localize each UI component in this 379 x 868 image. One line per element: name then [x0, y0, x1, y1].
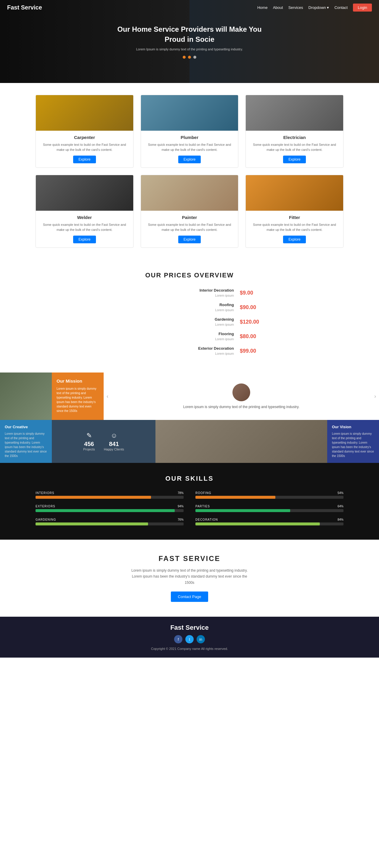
service-card: Plumber Some quick example text to build…: [141, 95, 239, 168]
service-desc: Some quick example text to build on the …: [40, 142, 129, 152]
prices-table: Interior Decoration Lorem ipsum $9.00 Ro…: [115, 288, 264, 356]
mission-box: Our Mission Lorem ipsum is simply dummy …: [52, 373, 104, 420]
service-image: [246, 175, 343, 211]
price-amount: $9.00: [240, 290, 264, 296]
testimonial-avatar: [233, 383, 250, 401]
service-card: Welder Some quick example text to build …: [36, 175, 134, 248]
skill-bar: [196, 523, 320, 525]
price-row: Roofing Lorem ipsum $90.00: [115, 303, 264, 312]
price-amount: $90.00: [240, 304, 264, 311]
skill-bar-bg: [36, 523, 183, 525]
skill-name: DECORATION: [196, 518, 218, 521]
price-sub: Lorem ipsum: [215, 323, 234, 326]
price-sub: Lorem ipsum: [215, 337, 234, 341]
skill-label: ROOFING 54%: [196, 491, 343, 495]
price-amount: $120.00: [240, 319, 264, 325]
explore-button[interactable]: Explore: [73, 156, 96, 163]
cta-section: FAST SERVICE Lorem ipsum is simply dummy…: [0, 540, 379, 617]
skill-name: EXTERIORS: [36, 505, 56, 508]
login-button[interactable]: Login: [353, 4, 372, 11]
nav-contact[interactable]: Contact: [334, 5, 348, 10]
skill-item: DECORATION 84%: [196, 518, 343, 525]
nav-services[interactable]: Services: [288, 5, 303, 10]
explore-button[interactable]: Explore: [178, 236, 201, 243]
skill-item: ROOFING 54%: [196, 491, 343, 499]
skill-bar: [36, 523, 148, 525]
cta-title: FAST SERVICE: [36, 555, 343, 563]
skill-name: GARDENING: [36, 518, 56, 521]
skill-pct: 64%: [338, 505, 343, 508]
hero-dot-2[interactable]: [188, 56, 191, 59]
testimonial-prev[interactable]: ‹: [107, 393, 108, 400]
stat-projects: ✎ 456 Projects: [83, 432, 95, 451]
twitter-icon[interactable]: t: [185, 635, 194, 643]
hero-description: Lorem Ipsum is simply dummy text of the …: [136, 48, 243, 51]
explore-button[interactable]: Explore: [178, 156, 201, 163]
service-desc: Some quick example text to build on the …: [250, 142, 339, 152]
creative-text: Lorem ipsum is simply dummy text of the …: [5, 432, 47, 458]
skill-bar: [36, 496, 151, 499]
price-label: Interior Decoration Lorem ipsum: [115, 288, 234, 298]
price-row: Exterior Decoration Lorem ipsum $99.00: [115, 346, 264, 356]
skill-pct: 76%: [178, 518, 183, 521]
skill-pct: 84%: [338, 518, 343, 521]
skill-bar-bg: [196, 496, 343, 499]
navbar: Fast Service Home About Services Dropdow…: [0, 0, 379, 15]
contact-button[interactable]: Contact Page: [171, 591, 208, 602]
projects-icon: ✎: [83, 432, 95, 439]
explore-button[interactable]: Explore: [283, 156, 306, 163]
service-name: Painter: [145, 215, 234, 220]
service-name: Electrician: [250, 135, 339, 140]
price-row: Flooring Lorem ipsum $80.00: [115, 332, 264, 341]
skill-name: PARTIES: [196, 505, 210, 508]
service-desc: Some quick example text to build on the …: [145, 142, 234, 152]
prices-section: OUR PRICES OVERVIEW Interior Decoration …: [0, 259, 379, 373]
footer-logo: Fast Service: [7, 624, 372, 631]
skill-label: EXTERIORS 94%: [36, 505, 183, 508]
stats-row: Our Creative Lorem ipsum is simply dummy…: [0, 420, 379, 463]
price-name: Flooring: [115, 332, 234, 336]
facebook-icon[interactable]: f: [174, 635, 182, 643]
vision-text: Lorem ipsum is simply dummy text of the …: [332, 432, 374, 458]
skills-section: OUR SKILLS INTERIORS 78% ROOFING 54% EXT…: [0, 463, 379, 540]
hero-dot-1[interactable]: [183, 56, 186, 59]
service-image: [36, 175, 133, 211]
nav-home[interactable]: Home: [257, 5, 268, 10]
service-card-body: Carpenter Some quick example text to bui…: [36, 131, 133, 167]
service-name: Plumber: [145, 135, 234, 140]
skill-name: INTERIORS: [36, 491, 54, 495]
price-name: Roofing: [115, 303, 234, 307]
testimonial-next[interactable]: ›: [374, 393, 376, 400]
service-desc: Some quick example text to build on the …: [250, 222, 339, 232]
explore-button[interactable]: Explore: [283, 236, 306, 243]
skills-grid: INTERIORS 78% ROOFING 54% EXTERIORS 94% …: [36, 491, 343, 528]
linkedin-icon[interactable]: in: [197, 635, 205, 643]
service-card-body: Welder Some quick example text to build …: [36, 211, 133, 247]
stat-clients: ☺ 841 Happy Clients: [104, 432, 124, 451]
stats-vision: Our Vision Lorem ipsum is simply dummy t…: [327, 420, 379, 463]
projects-label: Projects: [83, 447, 95, 451]
skill-item: EXTERIORS 94%: [36, 505, 183, 512]
hero-dot-3[interactable]: [193, 56, 196, 59]
services-grid: Carpenter Some quick example text to bui…: [36, 95, 343, 248]
skill-label: GARDENING 76%: [36, 518, 183, 521]
service-desc: Some quick example text to build on the …: [40, 222, 129, 232]
service-image: [141, 95, 238, 131]
testimonial-area: ‹ Lorem ipsum is simply dummy text of th…: [104, 373, 379, 420]
nav-about[interactable]: About: [273, 5, 283, 10]
clients-label: Happy Clients: [104, 447, 124, 451]
service-image: [141, 175, 238, 211]
nav-dropdown[interactable]: Dropdown ▾: [309, 5, 329, 10]
service-image: [36, 95, 133, 131]
price-amount: $99.00: [240, 348, 264, 354]
services-section: Carpenter Some quick example text to bui…: [0, 83, 379, 259]
price-row: Interior Decoration Lorem ipsum $9.00: [115, 288, 264, 298]
skill-bar: [196, 496, 275, 499]
service-card-body: Electrician Some quick example text to b…: [246, 131, 343, 167]
skill-bar-bg: [196, 523, 343, 525]
skill-pct: 54%: [338, 491, 343, 495]
explore-button[interactable]: Explore: [73, 236, 96, 243]
price-sub: Lorem ipsum: [215, 308, 234, 312]
nav-logo[interactable]: Fast Service: [7, 4, 42, 11]
mission-text: Lorem ipsum is simply dummy text of the …: [57, 386, 99, 413]
